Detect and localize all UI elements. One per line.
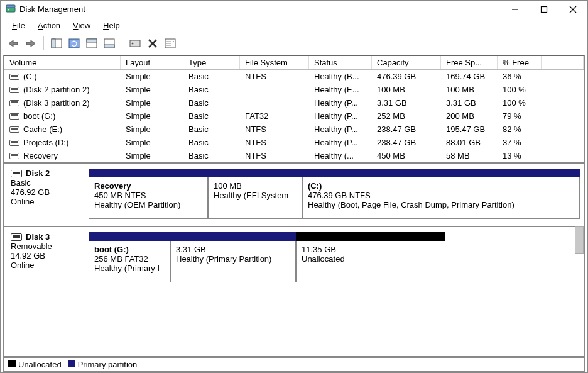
volume-icon <box>9 153 19 159</box>
volume-row[interactable]: (Disk 2 partition 2)SimpleBasicHealthy (… <box>4 83 584 96</box>
partition-size: 3.31 GB <box>176 245 290 254</box>
col-header-filesystem[interactable]: File System <box>240 56 309 69</box>
col-header-volume[interactable]: Volume <box>4 56 121 69</box>
volume-row[interactable]: boot (G:)SimpleBasicFAT32Healthy (P...25… <box>4 109 584 123</box>
legend-unallocated: Unallocated <box>8 360 62 369</box>
menu-file[interactable]: File <box>6 18 31 33</box>
col-header-pctfree[interactable]: % Free <box>498 56 542 69</box>
volume-row[interactable]: RecoverySimpleBasicNTFSHealthy (...450 M… <box>4 149 584 162</box>
partition-c[interactable]: (C:) 476.39 GB NTFS Healthy (Boot, Page … <box>302 169 580 219</box>
partition-status: Healthy (EFI System <box>214 191 297 200</box>
col-header-freespace[interactable]: Free Sp... <box>441 56 498 69</box>
col-header-status[interactable]: Status <box>309 56 372 69</box>
volume-type: Basic <box>183 109 240 123</box>
disk-size: 476.92 GB <box>11 187 80 197</box>
partition-boot[interactable]: boot (G:) 256 MB FAT32 Healthy (Primary … <box>89 232 170 282</box>
partition-status: Healthy (Primary I <box>94 264 165 273</box>
svg-point-22 <box>173 41 174 42</box>
disk-row-disk2[interactable]: Disk 2 Basic 476.92 GB Online Recovery 4… <box>4 164 584 226</box>
partition-size: 450 MB NTFS <box>94 191 202 200</box>
disk-type: Basic <box>11 178 80 187</box>
partition-status: Healthy (Boot, Page File, Crash Dump, Pr… <box>308 200 574 209</box>
partition-size: 256 MB FAT32 <box>94 254 165 264</box>
help-button[interactable] <box>128 36 143 51</box>
settings-bottom-button[interactable] <box>102 36 117 51</box>
partition-recovery[interactable]: Recovery 450 MB NTFS Healthy (OEM Partit… <box>89 169 208 219</box>
volume-type: Basic <box>183 136 240 149</box>
volume-row[interactable]: (C:)SimpleBasicNTFSHealthy (B...476.39 G… <box>4 70 584 83</box>
disk-row-disk3[interactable]: Disk 3 Removable 14.92 GB Online boot (G… <box>4 226 584 290</box>
col-header-capacity[interactable]: Capacity <box>372 56 441 69</box>
menu-action[interactable]: Action <box>31 18 67 33</box>
scrollbar[interactable] <box>572 164 584 356</box>
volume-pctfree: 82 % <box>498 123 542 136</box>
legend: Unallocated Primary partition <box>3 357 585 372</box>
svg-rect-2 <box>6 5 15 8</box>
menu-view[interactable]: View <box>67 18 97 33</box>
volume-layout: Simple <box>121 83 183 96</box>
volume-status: Healthy (E... <box>309 83 372 96</box>
partition-strip <box>208 169 302 177</box>
volume-status: Healthy (... <box>309 149 372 162</box>
volume-freespace: 100 MB <box>441 83 498 96</box>
back-button[interactable] <box>6 36 21 51</box>
disk-state: Online <box>11 260 80 270</box>
partition-strip <box>89 232 170 241</box>
forward-button[interactable] <box>23 36 38 51</box>
partition-name: (C:) <box>308 181 574 191</box>
app-icon <box>6 4 16 14</box>
volume-icon <box>9 87 19 93</box>
svg-rect-14 <box>130 40 140 47</box>
volume-filesystem <box>240 83 309 96</box>
volume-filesystem: NTFS <box>240 149 309 162</box>
delete-button[interactable] <box>145 36 160 51</box>
col-header-spacer <box>542 56 584 69</box>
partition-strip <box>89 169 208 177</box>
partition-d3p2[interactable]: 3.31 GB Healthy (Primary Partition) <box>170 232 296 282</box>
partition-size: 476.39 GB NTFS <box>308 191 574 200</box>
volume-freespace: 169.74 GB <box>441 70 498 83</box>
volume-row[interactable]: (Disk 3 partition 2)SimpleBasicHealthy (… <box>4 96 584 109</box>
show-hide-console-tree-button[interactable] <box>49 36 64 51</box>
partition-name: boot (G:) <box>94 245 165 254</box>
volume-capacity: 238.47 GB <box>372 136 441 149</box>
menu-help[interactable]: Help <box>97 18 126 33</box>
volume-capacity: 238.47 GB <box>372 123 441 136</box>
maximize-button[interactable] <box>530 1 558 18</box>
volume-pctfree: 79 % <box>498 109 542 123</box>
volume-layout: Simple <box>121 96 183 109</box>
volume-layout: Simple <box>121 123 183 136</box>
volume-name: (Disk 2 partition 2) <box>23 85 89 94</box>
settings-top-button[interactable] <box>84 36 99 51</box>
disk-icon <box>11 170 22 177</box>
disk-type: Removable <box>11 242 80 251</box>
volume-row[interactable]: Cache (E:)SimpleBasicNTFSHealthy (P...23… <box>4 123 584 136</box>
partition-efi[interactable]: 100 MB Healthy (EFI System <box>208 169 302 219</box>
volume-status: Healthy (B... <box>309 70 372 83</box>
volume-capacity: 252 MB <box>372 109 441 123</box>
volume-list-header: Volume Layout Type File System Status Ca… <box>4 56 584 70</box>
volume-layout: Simple <box>121 149 183 162</box>
volume-icon <box>9 113 19 120</box>
volume-list-body: (C:)SimpleBasicNTFSHealthy (B...476.39 G… <box>4 70 584 162</box>
volume-pctfree: 13 % <box>498 149 542 162</box>
partition-status: Healthy (OEM Partition) <box>94 200 202 209</box>
properties-button[interactable] <box>163 36 178 51</box>
refresh-button[interactable] <box>67 36 82 51</box>
minimize-button[interactable] <box>501 1 530 18</box>
col-header-type[interactable]: Type <box>183 56 240 69</box>
volume-filesystem <box>240 96 309 109</box>
volume-name: Recovery <box>23 151 58 160</box>
volume-row[interactable]: Projects (D:)SimpleBasicNTFSHealthy (P..… <box>4 136 584 149</box>
partition-size: 100 MB <box>214 181 297 191</box>
volume-icon <box>9 126 19 133</box>
volume-layout: Simple <box>121 109 183 123</box>
partition-unallocated[interactable]: 11.35 GB Unallocated <box>296 232 445 282</box>
partition-size: 11.35 GB <box>302 245 440 254</box>
svg-rect-13 <box>104 45 114 48</box>
col-header-layout[interactable]: Layout <box>121 56 183 69</box>
partition-status: Healthy (Primary Partition) <box>176 254 290 264</box>
partition-strip <box>302 169 580 177</box>
close-button[interactable] <box>558 1 587 18</box>
menubar: File Action View Help <box>1 18 587 33</box>
